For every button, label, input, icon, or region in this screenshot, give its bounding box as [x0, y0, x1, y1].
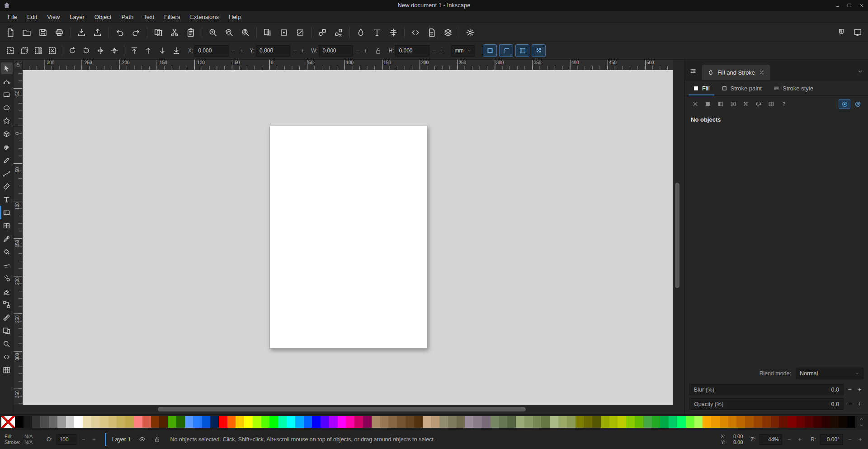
palette-swatch[interactable] — [711, 416, 720, 428]
palette-swatch[interactable] — [507, 416, 516, 428]
tool-pencil[interactable] — [1, 154, 13, 166]
ruler-corner[interactable] — [14, 60, 23, 70]
palette-swatch[interactable] — [134, 416, 142, 428]
document-new-button[interactable] — [3, 25, 18, 40]
transform-pattern-toggle[interactable] — [532, 44, 546, 57]
zoom-increase-button[interactable] — [797, 434, 803, 445]
palette-swatch[interactable] — [643, 416, 652, 428]
document-open-button[interactable] — [19, 25, 34, 40]
palette-none-swatch[interactable] — [1, 416, 15, 428]
palette-swatch[interactable] — [295, 416, 304, 428]
palette-swatch[interactable] — [830, 416, 839, 428]
menu-extensions[interactable]: Extensions — [185, 12, 224, 22]
paint-pattern-button[interactable] — [740, 99, 751, 109]
h-input[interactable]: 0.000 — [395, 45, 429, 57]
group-button[interactable] — [315, 25, 330, 40]
w-increase-button[interactable] — [362, 45, 368, 57]
layers-dialog-button[interactable] — [440, 25, 456, 40]
palette-swatch[interactable] — [457, 416, 465, 428]
paint-swatch-button[interactable] — [753, 99, 764, 109]
ungroup-button[interactable] — [331, 25, 346, 40]
palette-swatch[interactable] — [431, 416, 439, 428]
palette-swatch[interactable] — [465, 416, 473, 428]
x-increase-button[interactable] — [238, 45, 244, 57]
menu-path[interactable]: Path — [116, 12, 138, 22]
palette-swatch[interactable] — [635, 416, 643, 428]
paint-flat-button[interactable] — [702, 99, 713, 109]
paint-linear-button[interactable] — [715, 99, 726, 109]
duplicate-button[interactable] — [260, 25, 275, 40]
raise-button[interactable] — [142, 44, 155, 57]
select-invert-button[interactable] — [32, 44, 45, 57]
unlink-clone-button[interactable] — [292, 25, 308, 40]
palette-swatch[interactable] — [372, 416, 380, 428]
palette-swatch[interactable] — [185, 416, 193, 428]
palette-swatch[interactable] — [669, 416, 677, 428]
palette-swatch[interactable] — [91, 416, 100, 428]
palette-swatch[interactable] — [202, 416, 210, 428]
palette-swatch[interactable] — [491, 416, 499, 428]
palette-swatch[interactable] — [278, 416, 287, 428]
palette-swatch[interactable] — [406, 416, 414, 428]
palette-swatch[interactable] — [652, 416, 660, 428]
tool-xml[interactable] — [1, 351, 13, 363]
palette-swatch[interactable] — [40, 416, 49, 428]
paint-none-button[interactable] — [689, 99, 701, 109]
menu-filters[interactable]: Filters — [159, 12, 185, 22]
tool-ellipse[interactable] — [1, 102, 13, 113]
menu-file[interactable]: File — [3, 12, 22, 22]
blur-increase-button[interactable] — [855, 384, 863, 395]
opacity-slider[interactable]: Opacity (%) 0.0 — [689, 398, 844, 410]
palette-swatch[interactable] — [253, 416, 261, 428]
tool-mesh[interactable] — [1, 220, 13, 232]
fill-rule-evenodd-button[interactable] — [852, 99, 863, 109]
palette-swatch[interactable] — [592, 416, 601, 428]
palette-swatch[interactable] — [609, 416, 618, 428]
palette-swatch[interactable] — [346, 416, 354, 428]
palette-swatch[interactable] — [686, 416, 694, 428]
palette-swatch[interactable] — [168, 416, 176, 428]
palette-swatch[interactable] — [771, 416, 779, 428]
palette-swatch[interactable] — [57, 416, 66, 428]
palette-swatch[interactable] — [796, 416, 805, 428]
palette-swatch[interactable] — [754, 416, 762, 428]
x-input[interactable]: 0.000 — [194, 45, 229, 57]
fill-stroke-dialog-button[interactable] — [353, 25, 368, 40]
zoom-drawing-button[interactable] — [222, 25, 237, 40]
vertical-ruler[interactable]: -50050100150200250300350 — [14, 70, 23, 405]
tool-spiral[interactable] — [1, 141, 13, 153]
units-select[interactable]: mm — [451, 45, 475, 57]
palette-swatch[interactable] — [83, 416, 91, 428]
palette-swatch[interactable] — [550, 416, 558, 428]
clone-button[interactable] — [276, 25, 292, 40]
palette-swatch[interactable] — [74, 416, 83, 428]
tab-stroke-style[interactable]: Stroke style — [769, 82, 818, 95]
palette-swatch[interactable] — [847, 416, 856, 428]
w-decrease-button[interactable] — [354, 45, 361, 57]
y-increase-button[interactable] — [299, 45, 306, 57]
palette-swatch[interactable] — [499, 416, 508, 428]
palette-swatch[interactable] — [584, 416, 592, 428]
palette-swatch[interactable] — [219, 416, 227, 428]
display-mode-button[interactable] — [850, 25, 865, 40]
flip-vertical-button[interactable] — [108, 44, 121, 57]
close-button[interactable] — [855, 0, 867, 11]
menu-layer[interactable]: Layer — [65, 12, 90, 22]
tool-node[interactable] — [1, 76, 13, 87]
tool-dropper[interactable] — [1, 233, 13, 245]
tool-zoom[interactable] — [1, 338, 13, 350]
palette-swatch[interactable] — [236, 416, 244, 428]
tool-paint-bucket[interactable] — [1, 246, 13, 258]
rotation-decrease-button[interactable] — [847, 434, 853, 445]
lower-to-bottom-button[interactable] — [170, 44, 183, 57]
edit-copy-button[interactable] — [151, 25, 166, 40]
palette-swatch[interactable] — [227, 416, 236, 428]
document-properties-button[interactable] — [424, 25, 439, 40]
rotation-increase-button[interactable] — [857, 434, 863, 445]
palette-swatch[interactable] — [703, 416, 711, 428]
rotate-cw-button[interactable] — [80, 44, 93, 57]
zoom-page-button[interactable] — [238, 25, 253, 40]
palette-swatch[interactable] — [414, 416, 423, 428]
palette-swatch[interactable] — [567, 416, 576, 428]
palette-swatch[interactable] — [354, 416, 363, 428]
